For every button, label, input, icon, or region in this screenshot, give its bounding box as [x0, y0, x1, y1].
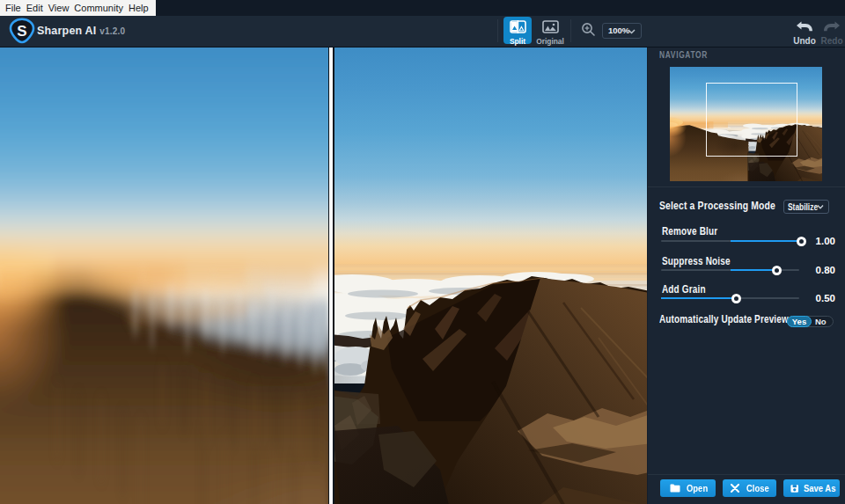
svg-text:S: S [17, 23, 26, 40]
